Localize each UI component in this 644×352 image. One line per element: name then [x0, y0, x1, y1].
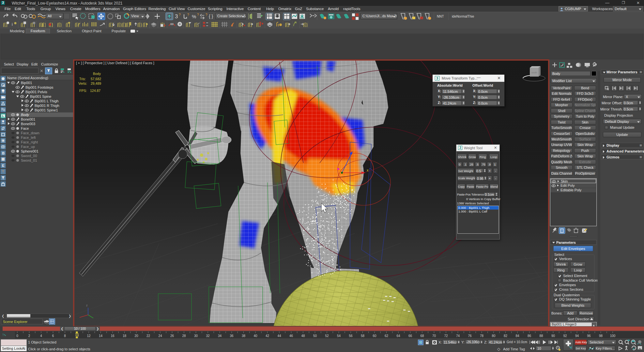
svg-text:82: 82	[504, 334, 508, 338]
svg-text:24: 24	[158, 334, 162, 338]
svg-text:76: 76	[468, 334, 472, 338]
svg-text:78: 78	[480, 334, 484, 338]
svg-text:66: 66	[408, 334, 412, 338]
svg-text:98: 98	[599, 334, 603, 338]
svg-text:E: E	[2, 164, 4, 168]
svg-text:72: 72	[444, 334, 448, 338]
svg-text:6: 6	[52, 334, 54, 338]
svg-text:56: 56	[349, 334, 353, 338]
svg-text:86: 86	[528, 334, 531, 338]
svg-text:70: 70	[432, 334, 436, 338]
svg-text:x: x	[367, 168, 369, 172]
svg-text:z: z	[86, 304, 88, 307]
svg-text:28: 28	[182, 334, 186, 338]
svg-text:16: 16	[111, 334, 115, 338]
svg-text:8: 8	[64, 334, 66, 338]
svg-text:2: 2	[28, 334, 30, 338]
svg-text:Body: Body	[93, 72, 101, 76]
svg-text:34: 34	[218, 334, 222, 338]
svg-text:4: 4	[40, 334, 42, 338]
svg-text:64: 64	[396, 334, 400, 338]
svg-text:40: 40	[253, 334, 257, 338]
svg-text:74: 74	[456, 334, 460, 338]
svg-text:[ + ] [ Perspective ] [ User D: [ + ] [ Perspective ] [ User Defined ] […	[76, 61, 154, 65]
svg-text:3: 3	[175, 13, 178, 20]
svg-text:26: 26	[170, 334, 174, 338]
svg-text:32: 32	[206, 334, 210, 338]
svg-text:south: south	[531, 71, 537, 74]
svg-text:FPS:: FPS:	[79, 89, 87, 93]
svg-text:%: %	[192, 14, 196, 19]
svg-text:46: 46	[289, 334, 293, 338]
svg-text:12: 12	[87, 334, 91, 338]
svg-text:90: 90	[551, 334, 555, 338]
svg-text:52: 52	[325, 334, 329, 338]
svg-text:?: ?	[187, 13, 189, 17]
svg-text:92: 92	[563, 334, 567, 338]
svg-text:?: ?	[197, 13, 199, 17]
svg-text:?: ?	[179, 13, 181, 17]
svg-text:62: 62	[385, 334, 389, 338]
svg-text:!∿: !∿	[3, 333, 6, 337]
svg-text:48: 48	[301, 334, 305, 338]
svg-text:Verts:: Verts:	[78, 81, 87, 85]
svg-text:?: ?	[206, 13, 207, 17]
svg-text:57,682: 57,682	[91, 77, 101, 81]
svg-text:84: 84	[515, 334, 519, 338]
svg-text:88: 88	[539, 334, 543, 338]
svg-text:58: 58	[361, 334, 365, 338]
svg-text:100: 100	[610, 334, 616, 338]
svg-text:60: 60	[373, 334, 376, 338]
svg-text:42: 42	[266, 334, 269, 338]
svg-text:68: 68	[420, 334, 424, 338]
svg-text:29,489: 29,489	[91, 81, 101, 85]
svg-text:36: 36	[230, 334, 234, 338]
svg-text:80: 80	[492, 334, 496, 338]
svg-text:38: 38	[242, 334, 246, 338]
svg-text:B: B	[2, 151, 5, 155]
svg-text:54: 54	[337, 334, 341, 338]
svg-text:Tris:: Tris:	[79, 77, 86, 81]
svg-text:30: 30	[194, 334, 198, 338]
svg-text:124.87: 124.87	[90, 89, 100, 93]
svg-text:0: 0	[16, 334, 18, 338]
svg-text:i: i	[12, 22, 13, 27]
svg-text:10: 10	[75, 333, 79, 336]
svg-text:94: 94	[575, 334, 579, 338]
svg-text:96: 96	[587, 334, 591, 338]
svg-text:20: 20	[134, 334, 138, 338]
svg-text:{ }: { }	[209, 14, 213, 19]
svg-text:18: 18	[123, 334, 127, 338]
svg-text:22: 22	[146, 334, 150, 338]
svg-text:44: 44	[277, 334, 281, 338]
svg-text:14: 14	[99, 334, 103, 338]
svg-text:50: 50	[313, 334, 317, 338]
